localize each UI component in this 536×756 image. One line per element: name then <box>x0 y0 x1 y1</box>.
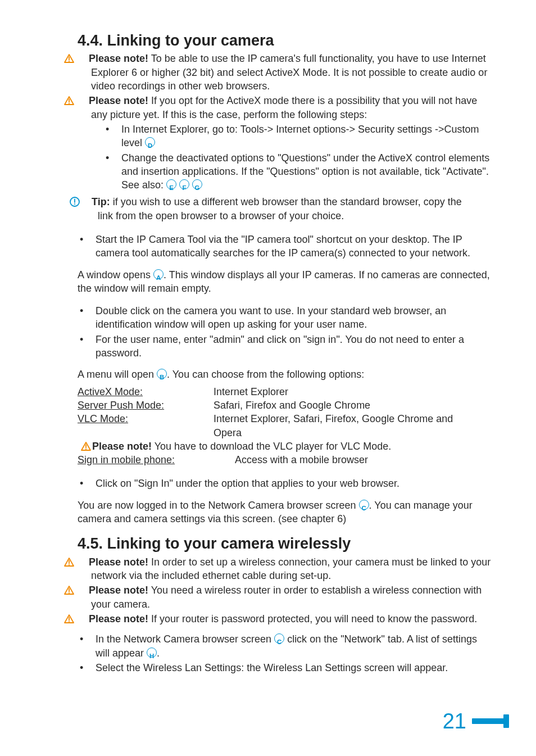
mode-label: ActiveX Mode: <box>78 386 143 397</box>
bullet-list: Double click on the camera you want to u… <box>80 304 491 360</box>
list-item: For the user name, enter "admin" and cli… <box>80 333 491 360</box>
note-block: Please note! If your router is password … <box>91 612 491 626</box>
note-text: You need a wireless router in order to e… <box>91 585 482 609</box>
list-item: In Internet Explorer, go to: Tools-> Int… <box>106 123 491 150</box>
heading-4-4: 4.4. Linking to your camera <box>78 30 491 51</box>
warning-icon <box>81 441 91 450</box>
text: You are now logged in to the Network Cam… <box>78 500 359 511</box>
note-block: Please note! You need a wireless router … <box>91 583 491 611</box>
circle-h-icon: H <box>147 648 157 658</box>
list-item: Start the IP Camera Tool via the "IP cam… <box>80 233 491 260</box>
note-label: Please note! <box>89 95 148 106</box>
bullet-list: Click on "Sign In" under the option that… <box>80 477 491 490</box>
bullet-list: Start the IP Camera Tool via the "IP cam… <box>80 233 491 260</box>
circle-c-icon: C <box>274 633 284 644</box>
mode-label: Server Push Mode: <box>78 400 164 411</box>
tip-label: Tip: <box>92 196 110 207</box>
text: . You can choose from the following opti… <box>167 369 364 380</box>
list-item: In the Network Camera browser screen C c… <box>80 632 491 660</box>
list-text: In Internet Explorer, go to: Tools-> Int… <box>121 124 479 148</box>
list-item: Double click on the camera you want to u… <box>80 304 491 332</box>
text: A window opens <box>78 269 153 280</box>
page-number: 21 <box>443 707 466 736</box>
tip-text: if you wish to use a different web brows… <box>110 196 462 207</box>
mode-row: Opera <box>78 426 491 440</box>
list-item: Change the deactivated options to "Quest… <box>106 151 491 192</box>
page-footer: 21 <box>443 707 509 736</box>
mode-value: Access with a mobile browser <box>214 453 491 467</box>
circle-e-icon: E <box>166 179 176 189</box>
mode-row: VLC Mode: Internet Explorer, Safari, Fir… <box>78 412 491 425</box>
mode-value: Safari, Firefox and Google Chrome <box>214 399 491 412</box>
mode-value: Opera <box>214 426 491 440</box>
note-label: Please note! <box>89 556 148 568</box>
note-label: Please note! <box>89 613 148 624</box>
mode-label: Sign in mobile phone: <box>78 454 175 465</box>
text: In the Network Camera browser screen <box>96 633 274 645</box>
warning-icon <box>78 613 88 622</box>
note-text: If your router is password protected, yo… <box>148 613 477 624</box>
note-label: Please note! <box>89 585 148 596</box>
circle-f-icon: F <box>179 179 189 189</box>
note-block: Please note! To be able to use the IP ca… <box>91 52 491 93</box>
circle-d-icon: D <box>145 137 155 147</box>
note-inline: Please note! You have to download the VL… <box>81 440 491 453</box>
note-label: Please note! <box>89 53 148 64</box>
mode-value: Internet Explorer, Safari, Firefox, Goog… <box>214 412 491 425</box>
note-block: Please note! If you opt for the ActiveX … <box>91 94 491 121</box>
footer-bar-icon <box>472 718 506 724</box>
mode-value: Internet Explorer <box>214 385 491 399</box>
note-text: You have to download the VLC player for … <box>152 441 391 452</box>
paragraph: A menu will open B. You can choose from … <box>78 368 491 381</box>
circle-a-icon: A <box>153 269 163 279</box>
warning-icon <box>78 585 88 594</box>
mode-row: Sign in mobile phone: Access with a mobi… <box>78 453 491 467</box>
tip-block: Tip: if you wish to use a different web … <box>85 195 491 209</box>
warning-icon <box>78 53 88 62</box>
circle-g-icon: G <box>192 179 202 189</box>
note-label: Please note! <box>92 441 152 452</box>
heading-4-5: 4.5. Linking to your camera wirelessly <box>78 533 491 554</box>
tip-icon <box>78 197 88 207</box>
circle-c-icon: C <box>359 500 369 510</box>
tip-text-line2: link from the open browser to a browser … <box>98 209 491 223</box>
mode-label: VLC Mode: <box>78 413 128 424</box>
text: . <box>157 648 160 659</box>
note-block: Please note! In order to set up a wirele… <box>91 555 491 583</box>
list-item: Select the Wireless Lan Settings: the Wi… <box>80 661 491 674</box>
paragraph: A window opens A. This window displays a… <box>78 268 491 296</box>
mode-row: ActiveX Mode: Internet Explorer <box>78 385 491 399</box>
sub-bullet-list: In Internet Explorer, go to: Tools-> Int… <box>106 123 491 192</box>
list-text: Change the deactivated options to "Quest… <box>121 152 489 191</box>
note-text: To be able to use the IP camera's full f… <box>91 53 487 92</box>
circle-b-icon: B <box>157 369 167 379</box>
note-text: If you opt for the ActiveX mode there is… <box>91 95 477 120</box>
note-text: In order to set up a wireless connection… <box>91 556 490 581</box>
warning-icon <box>78 95 88 104</box>
warning-icon <box>78 556 88 565</box>
list-item: Click on "Sign In" under the option that… <box>80 477 491 490</box>
text: A menu will open <box>78 369 157 380</box>
bullet-list: In the Network Camera browser screen C c… <box>80 632 491 674</box>
paragraph: You are now logged in to the Network Cam… <box>78 499 491 526</box>
mode-row: Server Push Mode: Safari, Firefox and Go… <box>78 399 491 412</box>
